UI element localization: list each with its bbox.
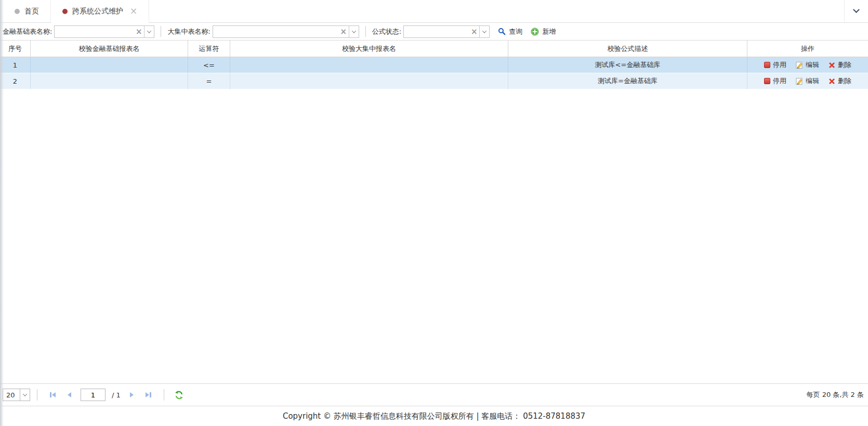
chevron-down-icon: [482, 29, 486, 33]
last-page-icon: [144, 391, 152, 398]
last-page-button[interactable]: [143, 389, 154, 401]
red-x-icon: [828, 62, 835, 69]
refresh-icon: [175, 391, 183, 400]
search-button[interactable]: 查询: [498, 27, 522, 36]
column-header-base-table[interactable]: 校验金融基础报表名: [31, 41, 188, 57]
disable-button[interactable]: 停用: [764, 60, 786, 70]
cell-formula-desc: 测试库=金融基础库: [508, 73, 747, 89]
pagination-bar: 20 / 1: [0, 383, 868, 406]
tab-status-dot-icon: [15, 9, 20, 14]
chevron-down-icon: [23, 392, 27, 396]
column-header-actions[interactable]: 操作: [747, 41, 868, 57]
cell-seq: 1: [0, 57, 31, 73]
plus-circle-icon: [531, 28, 539, 36]
filter-toolbar: 金融基础表名称: × 大集中表名称: × 公式状态: × 查询: [0, 23, 868, 41]
base-table-combobox[interactable]: ×: [54, 25, 154, 38]
cell-base-table: [31, 57, 188, 73]
toolbar-separator: [161, 26, 161, 37]
central-table-combobox[interactable]: ×: [213, 25, 359, 38]
page-number-input[interactable]: [81, 389, 106, 401]
add-button[interactable]: 新增: [531, 27, 556, 36]
cell-operator: =: [188, 73, 230, 89]
edit-label: 编辑: [806, 76, 819, 86]
delete-button[interactable]: 删除: [828, 60, 851, 70]
tab-home[interactable]: 首页: [3, 0, 51, 22]
add-button-label: 新增: [542, 27, 556, 36]
column-header-central-table[interactable]: 校验大集中报表名: [230, 41, 508, 57]
page-size-value: 20: [3, 389, 20, 401]
cell-actions: 停用 编辑 删除: [747, 73, 868, 89]
prev-page-icon: [66, 391, 72, 398]
filter-label-base-table: 金融基础表名称:: [3, 27, 52, 36]
delete-label: 删除: [838, 60, 851, 70]
table-row[interactable]: 2 = 测试库=金融基础库 停用 编辑: [0, 73, 868, 89]
combo-dropdown-button[interactable]: [479, 26, 489, 37]
table-empty-area: [0, 89, 868, 383]
formula-status-input[interactable]: [404, 26, 469, 37]
clear-icon[interactable]: ×: [338, 26, 349, 37]
pager-separator: [37, 389, 37, 401]
next-page-button[interactable]: [126, 389, 138, 401]
chevron-down-icon: [352, 29, 356, 33]
chevron-down-icon: [853, 6, 860, 13]
footer: Copyright © 苏州银丰睿哲信息科技有限公司版权所有 | 客服电话： 0…: [0, 406, 868, 426]
search-icon: [498, 28, 506, 35]
disable-button[interactable]: 停用: [764, 76, 786, 86]
table-row[interactable]: 1 <= 测试库<=金融基础库 停用 编辑: [0, 57, 868, 73]
page-size-combobox[interactable]: 20: [3, 389, 30, 401]
tab-status-dot-icon: [62, 9, 68, 14]
stop-square-icon: [764, 62, 770, 68]
clear-icon[interactable]: ×: [134, 26, 144, 37]
cell-central-table: [230, 73, 508, 89]
delete-button[interactable]: 删除: [828, 76, 851, 86]
table-header-row: 序号 校验金融基础报表名 运算符 校验大集中报表名 校验公式描述 操作: [0, 41, 868, 57]
pencil-icon: [796, 61, 803, 69]
central-table-input[interactable]: [213, 26, 338, 37]
combo-dropdown-button[interactable]: [349, 26, 359, 37]
edit-button[interactable]: 编辑: [796, 76, 819, 86]
combo-dropdown-button[interactable]: [20, 389, 30, 401]
filter-label-central-table: 大集中表名称:: [167, 27, 210, 36]
column-header-formula-desc[interactable]: 校验公式描述: [508, 41, 747, 57]
combo-dropdown-button[interactable]: [144, 26, 154, 37]
tab-cross-system-formula[interactable]: 跨系统公式维护 ×: [51, 0, 149, 23]
tab-home-label: 首页: [24, 7, 39, 16]
column-header-seq[interactable]: 序号: [0, 41, 31, 57]
refresh-button[interactable]: [174, 389, 185, 401]
cell-central-table: [230, 57, 508, 73]
cell-base-table: [31, 73, 188, 89]
filter-label-formula-status: 公式状态:: [372, 27, 401, 36]
tab-overflow-button[interactable]: [844, 0, 868, 22]
tab-close-icon[interactable]: ×: [130, 7, 137, 16]
toolbar-separator: [365, 26, 366, 37]
cell-formula-desc: 测试库<=金融基础库: [508, 57, 747, 73]
app-window: 首页 跨系统公式维护 × 金融基础表名称: × 大集中表名称: × 公式状态:: [0, 0, 868, 426]
pager-separator: [164, 389, 164, 401]
stop-square-icon: [764, 78, 770, 84]
next-page-icon: [129, 391, 135, 398]
disable-label: 停用: [773, 76, 786, 86]
prev-page-button[interactable]: [63, 389, 75, 401]
cell-actions: 停用 编辑 删除: [747, 57, 868, 73]
column-header-operator[interactable]: 运算符: [188, 41, 230, 57]
cell-operator: <=: [188, 57, 230, 73]
red-x-icon: [828, 78, 835, 85]
chevron-down-icon: [147, 29, 151, 33]
edit-label: 编辑: [806, 60, 819, 70]
search-button-label: 查询: [509, 27, 522, 36]
formula-status-combobox[interactable]: ×: [403, 25, 490, 38]
pencil-icon: [796, 77, 803, 85]
tab-bar: 首页 跨系统公式维护 ×: [0, 0, 868, 23]
first-page-icon: [49, 391, 57, 398]
clear-icon[interactable]: ×: [469, 26, 479, 37]
disable-label: 停用: [773, 60, 786, 70]
tab-cross-system-formula-label: 跨系统公式维护: [72, 7, 123, 16]
tabbar-spacer: [149, 0, 844, 22]
total-pages-label: / 1: [112, 391, 121, 399]
copyright-text: Copyright © 苏州银丰睿哲信息科技有限公司版权所有 | 客服电话： 0…: [283, 411, 585, 421]
pager-summary: 每页 20 条,共 2 条: [807, 390, 864, 400]
delete-label: 删除: [838, 76, 851, 86]
first-page-button[interactable]: [47, 389, 58, 401]
edit-button[interactable]: 编辑: [796, 60, 819, 70]
base-table-input[interactable]: [55, 26, 134, 37]
